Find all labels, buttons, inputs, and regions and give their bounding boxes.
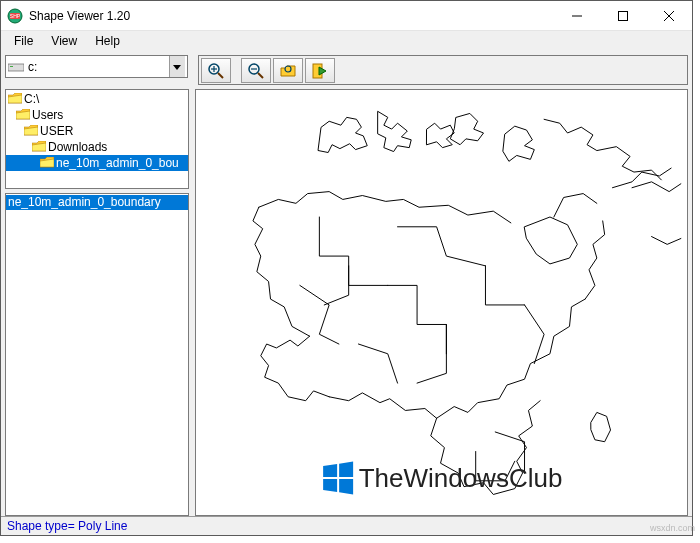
minimize-button[interactable] [554,1,600,30]
open-file-button[interactable] [273,58,303,83]
svg-marker-22 [323,479,337,492]
drive-label: c: [28,60,169,74]
folder-open-icon [32,141,46,153]
svg-marker-9 [173,65,181,70]
window-controls [554,1,692,30]
tree-label: Users [32,108,63,122]
zoom-out-button[interactable] [241,58,271,83]
titlebar: SHP Shape Viewer 1.20 [1,1,692,31]
chevron-down-icon [169,56,185,77]
list-item-selected[interactable]: ne_10m_admin_0_boundary [6,195,188,210]
file-list[interactable]: ne_10m_admin_0_boundary [5,193,189,516]
watermark: TheWindowsClub [321,461,563,495]
menu-help[interactable]: Help [87,33,128,49]
drive-icon [8,61,24,73]
close-button[interactable] [646,1,692,30]
toolbar-row: c: [1,51,692,89]
svg-marker-23 [339,479,353,495]
tree-label: USER [40,124,73,138]
exit-button[interactable] [305,58,335,83]
folder-open-icon [40,157,54,169]
tree-label: Downloads [48,140,107,154]
menu-view[interactable]: View [43,33,85,49]
svg-rect-4 [619,11,628,20]
app-icon: SHP [7,8,23,24]
folder-open-icon [16,109,30,121]
svg-line-15 [258,73,263,78]
svg-marker-21 [339,462,353,478]
content-area: C:\ Users USER Downloads ne_10m_admin_0_… [1,89,692,516]
app-window: SHP Shape Viewer 1.20 File View Help c: [0,0,693,536]
svg-line-11 [218,73,223,78]
folder-open-icon [8,93,22,105]
toolbar [198,55,688,85]
tree-node[interactable]: Users [6,107,188,123]
drive-selector[interactable]: c: [5,55,188,78]
attribution-text: wsxdn.com [650,523,695,533]
svg-rect-8 [10,66,13,67]
shape-map [196,90,687,515]
tree-label: ne_10m_admin_0_bou [56,156,179,170]
menubar: File View Help [1,31,692,51]
maximize-button[interactable] [600,1,646,30]
tree-node[interactable]: C:\ [6,91,188,107]
folder-tree[interactable]: C:\ Users USER Downloads ne_10m_admin_0_… [5,89,189,189]
menu-file[interactable]: File [6,33,41,49]
folder-open-icon [24,125,38,137]
svg-text:SHP: SHP [10,13,21,19]
map-canvas[interactable]: TheWindowsClub [195,89,688,516]
left-panel: C:\ Users USER Downloads ne_10m_admin_0_… [5,89,189,516]
status-text: Shape type= Poly Line [7,519,127,533]
svg-marker-20 [323,464,337,477]
tree-node[interactable]: USER [6,123,188,139]
tree-label: C:\ [24,92,39,106]
tree-node-selected[interactable]: ne_10m_admin_0_bou [6,155,188,171]
watermark-text: TheWindowsClub [359,463,563,494]
tree-node[interactable]: Downloads [6,139,188,155]
window-title: Shape Viewer 1.20 [29,9,554,23]
windows-logo-icon [321,461,355,495]
statusbar: Shape type= Poly Line [1,516,692,535]
svg-rect-7 [8,64,24,71]
zoom-in-button[interactable] [201,58,231,83]
